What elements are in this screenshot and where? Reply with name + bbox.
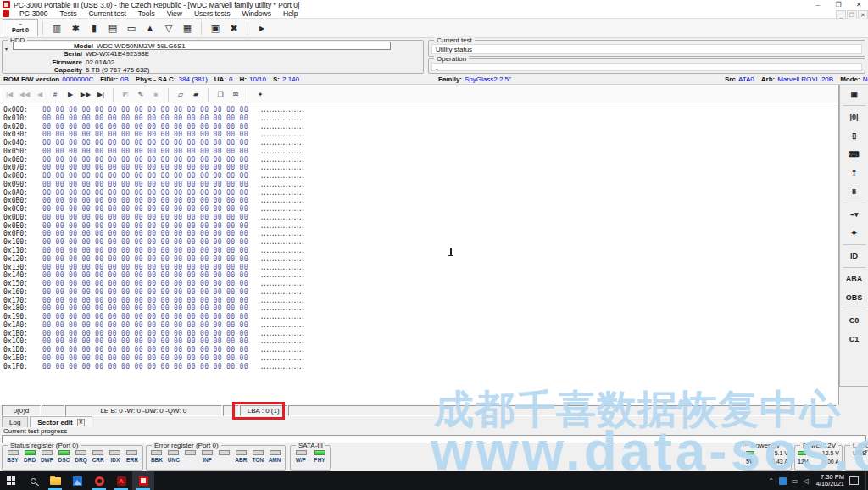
start-button[interactable]	[0, 471, 22, 490]
hex-row[interactable]: 0x0E0:00 00 00 00 00 00 00 00 00 00 00 0…	[3, 222, 834, 231]
taskbar-opera-button[interactable]	[88, 471, 110, 490]
menu-item-windows[interactable]: Windows	[236, 9, 276, 19]
hex-row[interactable]: 0x140:00 00 00 00 00 00 00 00 00 00 00 0…	[3, 271, 834, 280]
tray-volume-icon[interactable]: ◁	[803, 477, 808, 485]
last-sector-icon[interactable]: ▶|	[93, 88, 108, 102]
service-tools-icon[interactable]: ✦	[842, 224, 867, 242]
hex-row[interactable]: 0x0A0:00 00 00 00 00 00 00 00 00 00 00 0…	[3, 189, 834, 198]
forward-icon[interactable]: ▶	[63, 88, 78, 102]
menu-item-current-test[interactable]: Current test	[82, 9, 131, 19]
hex-row[interactable]: 0x1A0:00 00 00 00 00 00 00 00 00 00 00 0…	[3, 321, 834, 330]
close-button[interactable]: ✕	[851, 0, 866, 9]
menu-item-tools[interactable]: Tools	[132, 9, 161, 19]
tools-icon[interactable]: ✦	[253, 88, 268, 102]
hex-row[interactable]: 0x150:00 00 00 00 00 00 00 00 00 00 00 0…	[3, 280, 834, 288]
minimize-button[interactable]: –	[810, 0, 826, 9]
tray-security-icon[interactable]	[779, 477, 787, 485]
taskbar-explorer-button[interactable]	[44, 471, 66, 490]
hex-row[interactable]: 0x170:00 00 00 00 00 00 00 00 00 00 00 0…	[3, 297, 834, 305]
hex-row[interactable]: 0x120:00 00 00 00 00 00 00 00 00 00 00 0…	[3, 255, 834, 264]
hex-row[interactable]: 0x1C0:00 00 00 00 00 00 00 00 00 00 00 0…	[3, 337, 834, 346]
led-indicator	[270, 450, 281, 455]
reports-icon[interactable]: ▣	[206, 19, 225, 36]
hex-row[interactable]: 0x040:00 00 00 00 00 00 00 00 00 00 00 0…	[3, 139, 834, 148]
tray-chevron-icon[interactable]: ⌃	[768, 477, 774, 485]
exit-icon[interactable]: ✖	[225, 19, 243, 36]
toolbar-overflow-button[interactable]: ▶	[253, 19, 271, 36]
save-to-file-icon[interactable]: ▰	[188, 88, 203, 102]
drive-resource-icon[interactable]: ▤	[103, 19, 122, 36]
hex-row[interactable]: 0x1B0:00 00 00 00 00 00 00 00 00 00 00 0…	[3, 330, 834, 338]
fast-forward-icon[interactable]: ▶▶	[78, 88, 93, 102]
tab-log[interactable]: Log	[2, 416, 28, 427]
hex-row[interactable]: 0x0F0:00 00 00 00 00 00 00 00 00 00 00 0…	[3, 230, 834, 238]
hex-row[interactable]: 0x030:00 00 00 00 00 00 00 00 00 00 00 0…	[3, 131, 834, 139]
hdd-panel: HDD ▾ Model WDC WD50NMZW-59LG6S1 Serial …	[2, 40, 424, 74]
hex-row[interactable]: 0x020:00 00 00 00 00 00 00 00 00 00 00 0…	[3, 123, 834, 131]
tab-close-icon[interactable]: ✕	[77, 419, 85, 426]
taskbar-acrobat-button[interactable]: A	[110, 471, 132, 490]
tray-battery-icon[interactable]: ▭	[792, 477, 798, 485]
aba-icon[interactable]: ABA	[842, 270, 867, 288]
menu-item-tests[interactable]: Tests	[54, 9, 83, 19]
tab-sector-edit[interactable]: Sector edit✕	[30, 416, 92, 427]
eject-media-icon[interactable]: ▭	[122, 19, 141, 36]
hex-dump[interactable]: 0x000:00 00 00 00 00 00 00 00 00 00 00 0…	[3, 106, 834, 371]
port-config-icon[interactable]: ⌁▾	[842, 205, 867, 224]
hex-row[interactable]: 0x010:00 00 00 00 00 00 00 00 00 00 00 0…	[3, 114, 834, 123]
pause-icon[interactable]: II	[842, 182, 867, 201]
action-center-icon[interactable]	[849, 476, 859, 485]
copy-icon[interactable]: ❐	[213, 88, 228, 102]
c1-icon[interactable]: C1	[842, 330, 867, 348]
power-cartridge-icon[interactable]: ▮	[85, 19, 103, 36]
hex-row[interactable]: 0x160:00 00 00 00 00 00 00 00 00 00 00 0…	[3, 288, 834, 297]
taskbar-search-button[interactable]	[22, 471, 44, 490]
hex-row[interactable]: 0x060:00 00 00 00 00 00 00 00 00 00 00 0…	[3, 156, 834, 164]
hex-row[interactable]: 0x080:00 00 00 00 00 00 00 00 00 00 00 0…	[3, 172, 834, 181]
hdd-firmware-row: Firmware 02.01A02	[3, 58, 423, 67]
hex-row[interactable]: 0x090:00 00 00 00 00 00 00 00 00 00 00 0…	[3, 181, 834, 189]
taskbar: A ⌃ ▭ ◁ 7:30 PM 4/16/2021	[0, 471, 868, 490]
hex-row[interactable]: 0x070:00 00 00 00 00 00 00 00 00 00 00 0…	[3, 164, 834, 172]
filter-icon[interactable]: ▽	[159, 19, 178, 36]
hex-row[interactable]: 0x0C0:00 00 00 00 00 00 00 00 00 00 00 0…	[3, 205, 834, 214]
hex-row[interactable]: 0x190:00 00 00 00 00 00 00 00 00 00 00 0…	[3, 313, 834, 321]
oscilloscope-icon[interactable]: ▲	[141, 19, 159, 36]
hex-row[interactable]: 0x130:00 00 00 00 00 00 00 00 00 00 00 0…	[3, 264, 834, 272]
reset-icon[interactable]: ⌨	[842, 145, 867, 164]
drive-test-icon[interactable]: ▥	[47, 19, 66, 36]
obs-icon[interactable]: OBS	[842, 288, 867, 307]
hex-row[interactable]: 0x000:00 00 00 00 00 00 00 00 00 00 00 0…	[3, 106, 834, 114]
menu-item-pc-3000[interactable]: PC-3000	[14, 9, 54, 19]
hex-row[interactable]: 0x1F0:00 00 00 00 00 00 00 00 00 00 00 0…	[3, 363, 834, 371]
settings-gears-icon[interactable]: ✱	[66, 19, 85, 36]
hex-row[interactable]: 0x0B0:00 00 00 00 00 00 00 00 00 00 00 0…	[3, 197, 834, 205]
menu-item-users-tests[interactable]: Users tests	[188, 9, 236, 19]
c0-icon[interactable]: C0	[842, 311, 867, 330]
head-select-icon[interactable]: ↥	[842, 164, 867, 182]
utility-status-icon[interactable]: ▣	[842, 85, 867, 103]
id-icon[interactable]: ID	[842, 247, 867, 265]
taskbar-photos-button[interactable]	[66, 471, 88, 490]
export-icon[interactable]: ✉	[228, 88, 243, 102]
hex-row[interactable]: 0x180:00 00 00 00 00 00 00 00 00 00 00 0…	[3, 304, 834, 313]
taskbar-clock[interactable]: 7:30 PM 4/16/2021	[816, 474, 844, 488]
hex-row[interactable]: 0x1E0:00 00 00 00 00 00 00 00 00 00 00 0…	[3, 354, 834, 363]
load-from-file-icon[interactable]: ▱	[173, 88, 188, 102]
hex-row[interactable]: 0x0D0:00 00 00 00 00 00 00 00 00 00 00 0…	[3, 214, 834, 222]
menu-item-help[interactable]: Help	[277, 9, 303, 19]
hex-row[interactable]: 0x1D0:00 00 00 00 00 00 00 00 00 00 00 0…	[3, 346, 834, 354]
hex-row[interactable]: 0x100:00 00 00 00 00 00 00 00 00 00 00 0…	[3, 238, 834, 247]
device-icon[interactable]: ▯	[842, 126, 867, 145]
goto-sector-icon[interactable]: #	[47, 88, 63, 102]
maximize-button[interactable]: ❐	[831, 0, 846, 9]
hex-row[interactable]: 0x110:00 00 00 00 00 00 00 00 00 00 00 0…	[3, 247, 834, 255]
edit-icon[interactable]: ✎	[133, 88, 148, 102]
sector-grid-icon[interactable]: ▦	[178, 19, 197, 36]
port0-button[interactable]: ⌁ Port 0	[3, 19, 38, 36]
power-toggle-icon[interactable]: |0|	[842, 108, 867, 126]
taskbar-pc3000-button[interactable]	[132, 471, 154, 490]
menu-item-view[interactable]: View	[161, 9, 188, 19]
hdd-model-row[interactable]: Model WDC WD50NMZW-59LG6S1	[13, 42, 391, 50]
hex-row[interactable]: 0x050:00 00 00 00 00 00 00 00 00 00 00 0…	[3, 148, 834, 156]
